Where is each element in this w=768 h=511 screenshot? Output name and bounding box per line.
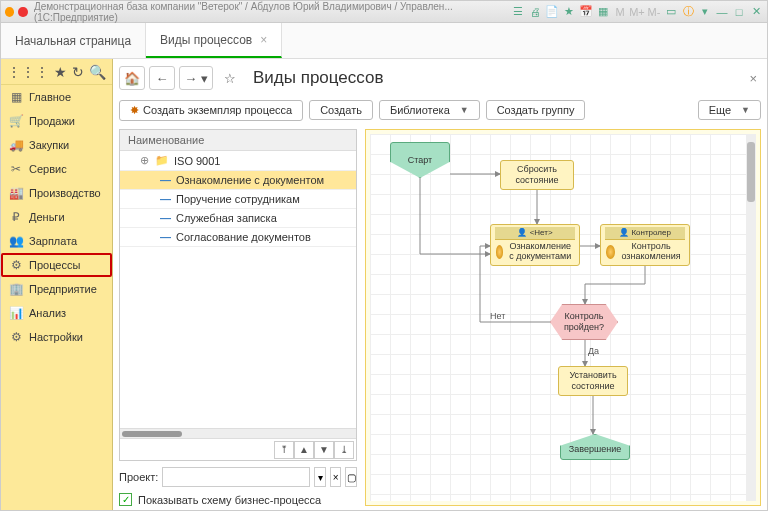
create-group-button[interactable]: Создать группу [486,100,586,120]
cart-icon: 🛒 [9,114,23,128]
person-icon [496,245,504,259]
tb-icon[interactable]: ▦ [596,5,610,19]
node-set-state[interactable]: Установить состояние [558,366,628,396]
show-schema-label: Показывать схему бизнес-процесса [138,494,321,506]
btn-label: Создать экземпляр процесса [143,104,292,116]
tb-icon[interactable]: ▭ [664,5,678,19]
home-button[interactable]: 🏠 [119,66,145,90]
project-clear-button[interactable]: ▾ [314,467,326,487]
tb-icon[interactable]: 📄 [545,5,559,19]
tb-icon[interactable]: ★ [562,5,576,19]
tree-view: Наименование ⊕📁ISO 9001 —Ознакомление с … [119,129,357,461]
h-scrollbar[interactable] [120,428,356,438]
home-icon: ▦ [9,90,23,104]
building-icon: 🏢 [9,282,23,296]
search-icon[interactable]: 🔍 [89,64,106,80]
sidebar-item-label: Продажи [29,115,75,127]
project-input[interactable] [162,467,310,487]
node-text: Установить состояние [563,370,623,392]
page-title: Виды процессов [253,68,384,88]
tree-btn-bottom[interactable]: ⤓ [334,441,354,459]
label-no: Нет [490,311,505,321]
sidebar-item-label: Закупки [29,139,69,151]
tb-icon[interactable]: ☰ [511,5,525,19]
sidebar-item-production[interactable]: 🏭Производство [1,181,112,205]
tb-icon[interactable]: M+ [630,5,644,19]
tree-btn-down[interactable]: ▼ [314,441,334,459]
node-end[interactable]: Завершение [560,434,630,460]
close-page-icon[interactable]: × [745,71,761,86]
sidebar-item-purchases[interactable]: 🚚Закупки [1,133,112,157]
maximize-icon[interactable]: □ [732,5,746,19]
node-start[interactable]: Старт [390,142,450,178]
tab-label: Виды процессов [160,33,252,47]
back-button[interactable]: ← [149,66,175,90]
create-instance-button[interactable]: ✸Создать экземпляр процесса [119,100,303,121]
node-reset[interactable]: Сбросить состояние [500,160,574,190]
window-title: Демонстрационная база компании "Ветерок"… [34,1,511,23]
process-icon: ⚙ [9,258,23,272]
project-clear-x-button[interactable]: × [330,467,342,487]
btn-label: Создать группу [497,104,575,116]
tab-start[interactable]: Начальная страница [1,23,146,58]
help-icon[interactable]: ⓘ [681,5,695,19]
star-icon[interactable]: ★ [54,64,67,80]
sidebar-item-money[interactable]: ₽Деньги [1,205,112,229]
tree-item-label: ISO 9001 [174,155,220,167]
sidebar-item-sales[interactable]: 🛒Продажи [1,109,112,133]
sidebar-item-settings[interactable]: ⚙Настройки [1,325,112,349]
node-text: Старт [408,155,432,166]
sidebar-item-enterprise[interactable]: 🏢Предприятие [1,277,112,301]
wrench-icon: ✂ [9,162,23,176]
sidebar-item-service[interactable]: ✂Сервис [1,157,112,181]
tree-header[interactable]: Наименование [120,130,356,151]
tree-item-label: Согласование документов [176,231,311,243]
sidebar-item-label: Производство [29,187,101,199]
process-diagram[interactable]: Нет Да Старт Сбросить состояние 👤 <Нет> … [370,134,746,501]
sidebar-item-salary[interactable]: 👥Зарплата [1,229,112,253]
tb-icon[interactable]: M- [647,5,661,19]
sidebar-item-analysis[interactable]: 📊Анализ [1,301,112,325]
node-familiarize[interactable]: 👤 <Нет> Ознакомление с документами [490,224,580,266]
tree-item-assignment[interactable]: —Поручение сотрудникам [120,190,356,209]
money-icon: ₽ [9,210,23,224]
sidebar-item-processes[interactable]: ⚙Процессы [1,253,112,277]
tree-item-memo[interactable]: —Служебная записка [120,209,356,228]
expand-icon[interactable]: ⊕ [140,154,150,167]
library-button[interactable]: Библиотека▼ [379,100,480,120]
grid-icon[interactable]: ⋮⋮⋮ [7,64,49,80]
node-condition[interactable]: Контроль пройден? [550,304,618,340]
tree-btn-up[interactable]: ▲ [294,441,314,459]
node-header: <Нет> [530,228,553,237]
tb-dropdown-icon[interactable]: ▾ [698,5,712,19]
tb-icon[interactable]: 🖨 [528,5,542,19]
tb-icon[interactable]: 📅 [579,5,593,19]
history-icon[interactable]: ↻ [72,64,84,80]
forward-button[interactable]: → ▾ [179,66,213,90]
sidebar-item-main[interactable]: ▦Главное [1,85,112,109]
node-text: Ознакомление с документами [506,241,574,263]
tree-item-label: Служебная записка [176,212,277,224]
sidebar-item-label: Деньги [29,211,65,223]
tab-close-icon[interactable]: × [260,33,267,47]
chevron-down-icon: ▼ [741,105,750,115]
tree-btn-top[interactable]: ⤒ [274,441,294,459]
item-icon: — [160,193,171,205]
project-open-button[interactable]: ▢ [345,467,357,487]
node-controller[interactable]: 👤 Контролер Контроль ознакомления [600,224,690,266]
tree-folder-iso[interactable]: ⊕📁ISO 9001 [120,151,356,171]
tab-processes[interactable]: Виды процессов × [146,23,282,58]
more-button[interactable]: Еще▼ [698,100,761,120]
tb-icon[interactable]: M [613,5,627,19]
fav-icon[interactable]: ☆ [217,66,243,90]
close-window-icon[interactable]: ✕ [749,5,763,19]
minimize-icon[interactable]: — [715,5,729,19]
tree-item-approval[interactable]: —Согласование документов [120,228,356,247]
item-icon: — [160,174,171,186]
label-yes: Да [588,346,599,356]
v-scrollbar[interactable] [746,134,756,501]
create-button[interactable]: Создать [309,100,373,120]
tree-item-doc-familiarize[interactable]: —Ознакомление с документом [120,171,356,190]
show-schema-checkbox[interactable]: ✓ [119,493,132,506]
truck-icon: 🚚 [9,138,23,152]
